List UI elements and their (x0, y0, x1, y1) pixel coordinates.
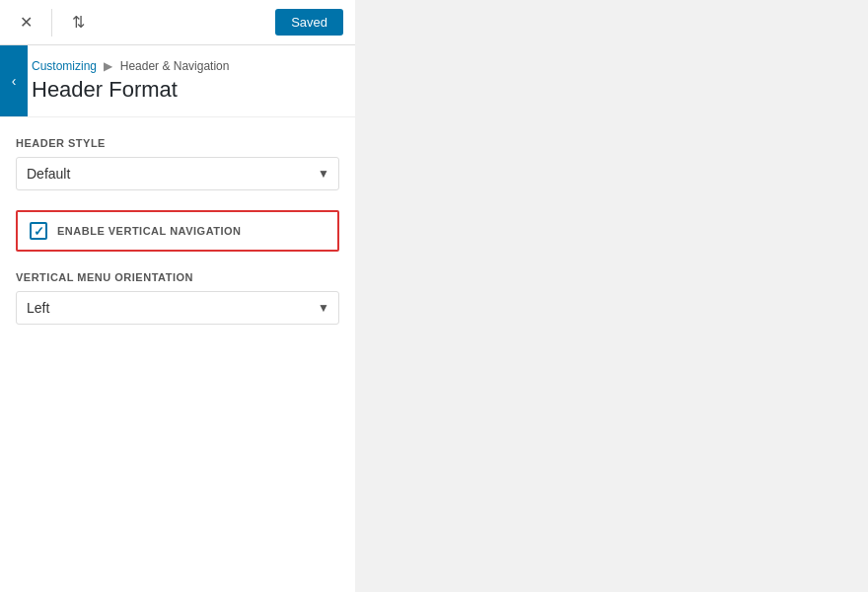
vertical-nav-checkbox[interactable]: ✓ (30, 222, 47, 240)
back-button[interactable]: ‹ (0, 45, 28, 116)
toolbar-divider (51, 9, 52, 37)
vertical-menu-orientation-select[interactable]: Left Right (16, 291, 339, 325)
breadcrumb: Customizing ▶ Header & Navigation (20, 59, 339, 73)
main-content-area (355, 0, 868, 592)
saved-button[interactable]: Saved (275, 9, 343, 36)
back-icon: ‹ (12, 73, 17, 89)
breadcrumb-child: Header & Navigation (120, 59, 230, 73)
enable-vertical-nav-row[interactable]: ✓ ENABLE VERTICAL NAVIGATION (16, 210, 339, 252)
vertical-menu-orientation-select-wrapper: Left Right ▼ (16, 291, 339, 325)
vertical-menu-orientation-label: VERTICAL MENU ORIENTATION (16, 271, 339, 283)
vertical-nav-label: ENABLE VERTICAL NAVIGATION (57, 225, 242, 237)
page-title: Header Format (20, 77, 339, 103)
close-button[interactable]: ✕ (12, 9, 39, 37)
toolbar: ✕ ⇅ Saved (0, 0, 355, 45)
breadcrumb-area: ‹ Customizing ▶ Header & Navigation Head… (0, 45, 355, 117)
header-style-label: HEADER STYLE (16, 137, 339, 149)
checkmark-icon: ✓ (34, 224, 44, 239)
header-style-select-wrapper: Default Centered Stacked Side Header ▼ (16, 157, 339, 190)
panel-content: HEADER STYLE Default Centered Stacked Si… (0, 117, 355, 592)
breadcrumb-parent[interactable]: Customizing (32, 59, 97, 73)
breadcrumb-separator: ▶ (104, 59, 112, 73)
sort-button[interactable]: ⇅ (64, 9, 92, 37)
sidebar-panel: ✕ ⇅ Saved ‹ Customizing ▶ Header & Navig… (0, 0, 355, 592)
header-style-select[interactable]: Default Centered Stacked Side Header (16, 157, 339, 190)
